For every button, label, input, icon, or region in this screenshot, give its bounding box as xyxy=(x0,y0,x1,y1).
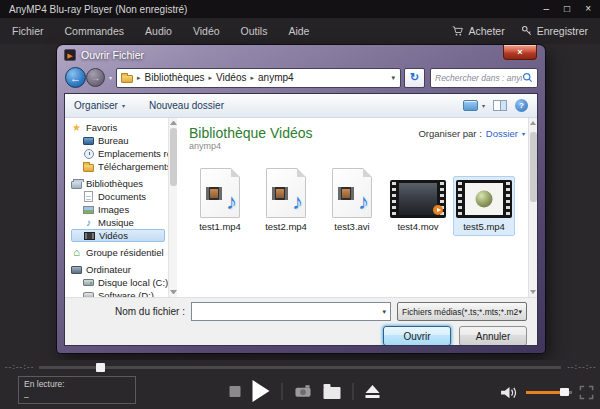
buy-button[interactable]: Acheter xyxy=(452,25,504,37)
sidebar-item-software-d[interactable]: Software (D:) xyxy=(71,289,168,297)
recent-places-icon xyxy=(84,149,94,159)
breadcrumb-separator-icon: ▸ xyxy=(137,74,141,82)
computer-icon xyxy=(71,266,82,274)
filename-input[interactable]: ▾ xyxy=(191,302,391,321)
back-button[interactable]: ← xyxy=(65,67,86,88)
scroll-down-icon[interactable] xyxy=(530,290,536,294)
sidebar-item-musique[interactable]: ♪Musique xyxy=(71,216,168,229)
player-control-bar: --:--:-- --:--:-- En lecture: – xyxy=(0,360,600,409)
player-menubar: Fichier Commandes Audio Vidéo Outils Aid… xyxy=(0,18,600,44)
filetype-dropdown[interactable]: Fichiers médias(*.ts;*.mts;*.m2t ▾ xyxy=(397,302,527,321)
volume-handle[interactable] xyxy=(560,388,569,396)
eject-button[interactable] xyxy=(366,385,380,398)
file-list-area: Bibliothèque Vidéos Organiser par : Doss… xyxy=(177,118,537,297)
menu-aide[interactable]: Aide xyxy=(288,25,309,37)
file-grid: ♪ test1.mp4 ♪ test2.mp4 ♪ test3.avi xyxy=(189,164,525,236)
anymp4-player-window: AnyMP4 Blu-ray Player (Non enregistré) –… xyxy=(0,0,600,409)
scroll-up-icon[interactable] xyxy=(530,121,536,125)
key-icon xyxy=(521,25,533,37)
history-dropdown-icon[interactable]: ▾ xyxy=(109,74,112,81)
file-name: test4.mov xyxy=(397,221,438,232)
file-item-test2[interactable]: ♪ test2.mp4 xyxy=(255,164,317,236)
scroll-up-icon[interactable] xyxy=(170,121,177,125)
snapshot-button[interactable] xyxy=(295,384,312,398)
volume-icon[interactable] xyxy=(500,385,519,400)
close-button[interactable]: × xyxy=(585,0,591,18)
file-item-test4[interactable]: test4.mov xyxy=(387,176,449,236)
library-title: Bibliothèque Vidéos xyxy=(189,125,313,141)
file-item-test3[interactable]: ♪ test3.avi xyxy=(321,164,383,236)
filmstrip-icon xyxy=(338,187,354,200)
video-thumbnail-icon xyxy=(456,180,512,218)
command-bar: Organiser ▾ Nouveau dossier ▾ ? xyxy=(65,94,537,118)
sidebar-scrollbar[interactable] xyxy=(168,118,177,297)
chevron-down-icon: ▾ xyxy=(122,102,125,109)
sidebar-item-videos[interactable]: Vidéos xyxy=(71,229,165,242)
sidebar-item-emplacements-recents[interactable]: Emplacements réc xyxy=(71,147,168,160)
pictures-icon xyxy=(83,206,94,214)
music-note-icon: ♪ xyxy=(226,191,237,213)
open-button[interactable]: Ouvrir xyxy=(383,326,451,346)
scrollbar-thumb[interactable] xyxy=(170,128,177,186)
fullscreen-button[interactable] xyxy=(579,385,594,400)
play-badge-icon xyxy=(433,205,443,215)
chevron-down-icon[interactable]: ▾ xyxy=(382,308,386,316)
register-label: Enregistrer xyxy=(537,25,588,37)
arrange-by-dropdown[interactable]: Organiser par : Dossier ▾ xyxy=(418,125,525,139)
menu-video[interactable]: Vidéo xyxy=(193,25,220,37)
open-file-button[interactable] xyxy=(324,387,341,399)
sidebar-item-disque-local-c[interactable]: Disque local (C:) xyxy=(71,276,168,289)
forward-button[interactable]: → xyxy=(86,68,105,87)
seek-bar[interactable] xyxy=(39,366,562,369)
sidebar-item-favoris[interactable]: ★Favoris xyxy=(71,121,168,134)
media-file-icon: ♪ xyxy=(332,168,372,218)
scroll-down-icon[interactable] xyxy=(170,290,177,294)
hard-drive-icon xyxy=(83,279,94,286)
views-button[interactable]: ▾ xyxy=(463,100,485,111)
media-file-icon: ♪ xyxy=(200,168,240,218)
menu-fichier[interactable]: Fichier xyxy=(12,25,44,37)
sidebar-item-telechargements[interactable]: Téléchargements xyxy=(71,160,168,173)
register-button[interactable]: Enregistrer xyxy=(521,25,588,37)
filename-label: Nom du fichier : xyxy=(75,306,185,317)
file-list-scrollbar[interactable] xyxy=(528,118,537,297)
scrollbar-thumb[interactable] xyxy=(530,132,537,202)
breadcrumb-videos[interactable]: Vidéos xyxy=(216,72,246,83)
minimize-button[interactable]: – xyxy=(544,0,550,18)
breadcrumb-bibliotheques[interactable]: Bibliothèques xyxy=(145,72,205,83)
sidebar-item-ordinateur[interactable]: Ordinateur xyxy=(71,263,168,276)
videos-icon xyxy=(84,232,95,240)
downloads-folder-icon xyxy=(83,164,94,172)
sidebar-item-bureau[interactable]: Bureau xyxy=(71,134,168,147)
breadcrumb-anymp4[interactable]: anymp4 xyxy=(258,72,294,83)
file-item-test1[interactable]: ♪ test1.mp4 xyxy=(189,164,251,236)
breadcrumb[interactable]: ▸ Bibliothèques ▸ Vidéos ▸ anymp4 ▾ xyxy=(116,68,401,88)
volume-slider[interactable] xyxy=(526,391,572,394)
organize-button[interactable]: Organiser ▾ xyxy=(74,100,125,111)
chevron-down-icon: ▾ xyxy=(522,130,525,137)
stop-button[interactable] xyxy=(230,386,241,397)
menu-outils[interactable]: Outils xyxy=(241,25,268,37)
file-item-test5-selected[interactable]: test5.mp4 xyxy=(453,176,515,236)
refresh-button[interactable]: ↻ xyxy=(404,68,425,88)
menu-commandes[interactable]: Commandes xyxy=(65,25,125,37)
sidebar-item-bibliotheques[interactable]: Bibliothèques xyxy=(71,177,168,190)
new-folder-button[interactable]: Nouveau dossier xyxy=(149,100,224,111)
sidebar-item-groupe-residentiel[interactable]: ⌂Groupe résidentiel xyxy=(71,246,168,259)
sidebar-item-documents[interactable]: Documents xyxy=(71,190,168,203)
file-name: test1.mp4 xyxy=(199,221,241,232)
menu-audio[interactable]: Audio xyxy=(145,25,172,37)
address-dropdown-icon[interactable]: ▾ xyxy=(391,74,395,82)
preview-pane-button[interactable] xyxy=(493,100,507,111)
dialog-close-button[interactable]: × xyxy=(503,45,537,60)
play-button[interactable] xyxy=(253,380,270,402)
sidebar-item-images[interactable]: Images xyxy=(71,203,168,216)
search-input[interactable]: Rechercher dans : anymp4 xyxy=(430,68,538,88)
help-button[interactable]: ? xyxy=(515,99,528,112)
maximize-button[interactable]: □ xyxy=(564,0,570,18)
desktop-icon xyxy=(83,137,94,145)
seek-handle[interactable] xyxy=(96,363,105,372)
cancel-button[interactable]: Annuler xyxy=(459,326,527,346)
library-subtitle: anymp4 xyxy=(189,141,525,151)
breadcrumb-separator-icon: ▸ xyxy=(251,74,255,82)
